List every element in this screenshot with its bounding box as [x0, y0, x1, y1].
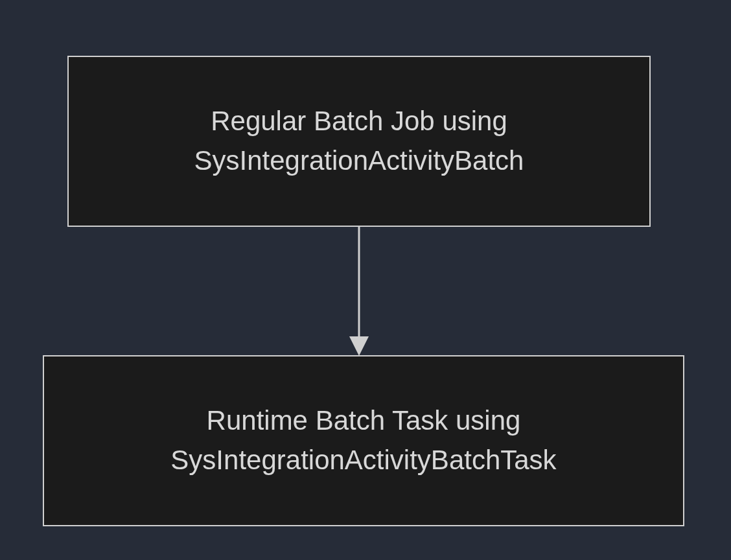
node-line-1: Regular Batch Job using: [211, 106, 507, 136]
node-text: Regular Batch Job using SysIntegrationAc…: [194, 102, 524, 181]
node-regular-batch-job: Regular Batch Job using SysIntegrationAc…: [67, 56, 651, 227]
diagram-canvas: Regular Batch Job using SysIntegrationAc…: [0, 0, 731, 560]
node-text: Runtime Batch Task using SysIntegrationA…: [170, 401, 556, 480]
node-line-1: Runtime Batch Task using: [207, 405, 521, 436]
node-line-2: SysIntegrationActivityBatch: [194, 145, 524, 176]
node-line-2: SysIntegrationActivityBatchTask: [170, 445, 556, 475]
node-runtime-batch-task: Runtime Batch Task using SysIntegrationA…: [43, 355, 684, 526]
